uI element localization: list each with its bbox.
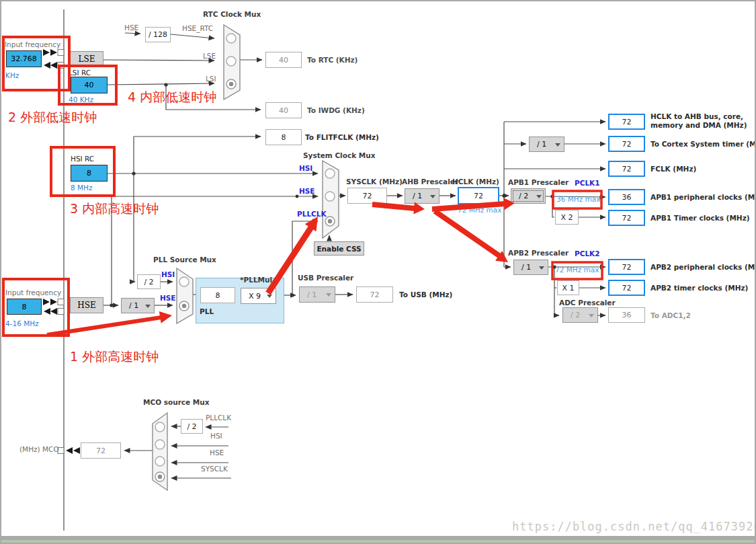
pll-mux-radio-hsi[interactable] (179, 277, 189, 286)
apb2-timer-value: 72 (608, 280, 645, 296)
mco-pllclk-label: PLLCLK (206, 414, 231, 422)
chevron-down-icon (589, 314, 594, 317)
apb1-periph-value: 36 (608, 189, 645, 205)
hsi-rc-value[interactable]: 8 (71, 165, 108, 182)
rtc-mux-radio-hse-rtc[interactable] (226, 34, 236, 43)
mco-mux-radio-pllclk[interactable] (155, 422, 165, 432)
mco-out-label: (MHz) MCO (19, 445, 59, 453)
lsi-rc-value[interactable]: 40 (71, 77, 108, 93)
hclk-max-label: 72 MHz max (458, 206, 501, 214)
mco-mux-radio-hse[interactable] (155, 457, 165, 466)
bottom-green-bar (1, 540, 756, 544)
to-iwdg-value: 40 (265, 102, 302, 118)
sys-mux-radio-hse[interactable] (325, 192, 335, 201)
to-flitfclk-label: To FLITFCLK (MHz) (305, 133, 379, 141)
chevron-down-icon (430, 195, 435, 198)
apb2-timer-multiplier: X 1 (557, 280, 579, 295)
sys-mux-pllclk-label: PLLCLK (297, 210, 327, 218)
ahb-prescaler-label: AHB Prescaler (402, 178, 458, 186)
apb2-prescaler-value: / 1 (521, 263, 531, 272)
mco-sysclk-label: SYSCLK (201, 465, 228, 473)
hclk-ahb-label-line1: HCLK to AHB bus, core, (650, 112, 743, 120)
apb1-prescaler-dropdown[interactable]: / 2 (511, 188, 546, 204)
apb2-prescaler-dropdown[interactable]: / 1 (513, 260, 548, 275)
hclk-label: HCLK (MHz) (452, 178, 499, 186)
fclk-value: 72 (608, 161, 645, 177)
apb1-prescaler-value: / 2 (519, 192, 528, 200)
mco-hsi-label: HSI (210, 432, 222, 440)
mco-hse-label: HSE (210, 449, 224, 457)
hse-input-frequency-label: Input frequency (5, 288, 61, 297)
ahb-prescaler-dropdown[interactable]: / 1 (405, 188, 439, 204)
apb1-periph-label: APB1 peripheral clocks (MHz) (650, 193, 756, 201)
system-clock-mux-shape (323, 161, 339, 238)
rtc-mux-radio-lsi[interactable] (226, 79, 236, 89)
note-internal-low-speed-clock: 4 内部低速时钟 (128, 89, 216, 106)
apb2-timer-label: APB2 timer clocks (MHz) (650, 284, 748, 292)
rtc-mux-radio-lse[interactable] (226, 56, 236, 66)
mco-out-value: 72 (81, 442, 121, 459)
lsi-wire-label: LSI (206, 75, 216, 83)
apb1-timer-label: APB1 Timer clocks (MHz) (650, 214, 750, 222)
hclk-value: 72 (458, 187, 499, 204)
note-internal-high-speed-clock: 3 内部高速时钟 (70, 200, 159, 218)
mco-mux-radio-sysclk[interactable] (155, 472, 165, 481)
mco-pllclk-div2-box: / 2 (181, 419, 203, 434)
pllmul-label: *PLLMul (240, 276, 272, 284)
pll-source-mux-shape (177, 268, 193, 323)
sys-mux-radio-pllclk[interactable] (325, 217, 335, 226)
usb-out-label: To USB (MHz) (399, 290, 452, 299)
enable-css-button[interactable]: Enable CSS (314, 241, 364, 256)
adc-prescaler-label: ADC Prescaler (559, 299, 616, 307)
lse-wire-label: LSE (203, 52, 216, 60)
hse-input-frequency-field[interactable]: 8 (7, 299, 42, 315)
pll-mux-radio-hse[interactable] (179, 301, 189, 311)
lse-input-unit: KHz (5, 71, 19, 79)
pll-hse-prediv-value: / 1 (129, 301, 138, 310)
adc-out-label: To ADC1,2 (650, 311, 691, 319)
apb1-timer-multiplier: X 2 (555, 210, 579, 225)
pclk1-label: PCLK1 (575, 179, 600, 187)
pclk2-label: PCLK2 (575, 249, 600, 258)
pll-mux-hse-label: HSE (160, 294, 176, 302)
cortex-prescaler-value: / 1 (537, 140, 546, 149)
usb-out-value: 72 (356, 286, 393, 303)
to-rtc-label: To RTC (KHz) (307, 56, 358, 64)
sysclk-label: SYSCLK (MHz) (346, 178, 403, 186)
hclk-ahb-label-line2: memory and DMA (MHz) (650, 121, 747, 129)
chevron-down-icon (145, 305, 151, 308)
lse-oscillator-box: LSE (70, 51, 103, 67)
lsi-rc-label: LSI RC (69, 69, 91, 77)
mco-mux-radio-hsi[interactable] (155, 440, 165, 449)
system-clock-mux-title: System Clock Mux (303, 151, 375, 159)
clock-configuration-diagram: Input frequency 32.768 KHz LSE LSI RC 40… (0, 0, 756, 544)
adc-prescaler-dropdown[interactable]: / 2 (562, 307, 598, 323)
note-external-high-speed-clock: 1 外部高速时钟 (70, 348, 159, 366)
sysclk-value: 72 (347, 188, 387, 204)
usb-prescaler-dropdown[interactable]: / 1 (299, 286, 335, 303)
sys-mux-hse-label: HSE (299, 187, 315, 195)
chevron-down-icon (555, 143, 560, 147)
pllmul-dropdown[interactable]: X 9 (241, 288, 276, 304)
mco-source-mux-shape (153, 413, 167, 490)
lse-input-frequency-field[interactable]: 32.768 (6, 50, 42, 67)
lsi-rc-unit: 40 KHz (69, 95, 93, 104)
pll-input-value: 8 (200, 287, 235, 303)
adc-out-value: 36 (608, 307, 645, 323)
pll-hse-prediv-dropdown[interactable]: / 1 (121, 298, 155, 313)
to-rtc-value: 40 (265, 52, 302, 68)
apb2-periph-label: APB2 peripheral clocks (MHz) (650, 263, 756, 271)
apb2-periph-value: 72 (608, 259, 645, 275)
cortex-prescaler-dropdown[interactable]: / 1 (529, 137, 564, 152)
cortex-timer-value: 72 (608, 136, 645, 152)
hse-input-unit: 4-16 MHz (5, 319, 39, 327)
cortex-timer-label: To Cortex System timer (MHz) (650, 140, 756, 148)
usb-prescaler-value: / 1 (307, 290, 317, 299)
chevron-down-icon (267, 295, 272, 298)
apb2-prescaler-label: APB2 Prescaler (508, 249, 569, 257)
sys-mux-radio-hsi[interactable] (325, 169, 335, 178)
fclk-label: FCLK (MHz) (650, 165, 696, 173)
pclk1-max-label: 36 MHz max (556, 195, 600, 203)
rtc-clock-mux-shape (224, 25, 240, 100)
chevron-down-icon (539, 266, 544, 270)
